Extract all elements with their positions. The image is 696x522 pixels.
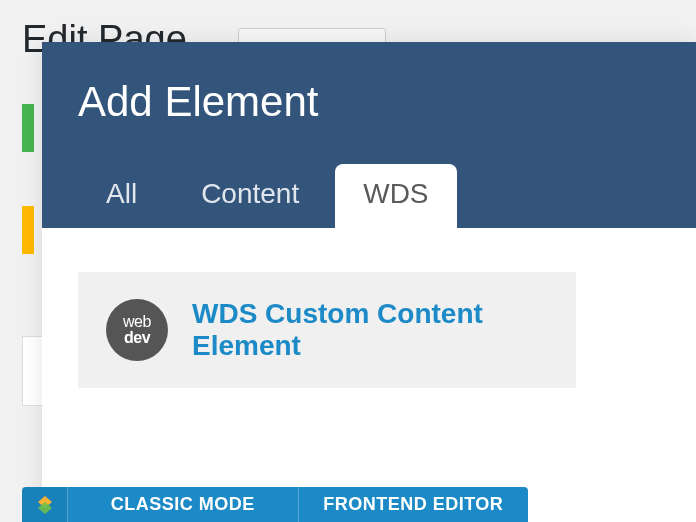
- modal-tabs: All Content WDS: [78, 164, 660, 228]
- frontend-editor-button[interactable]: FRONTEND EDITOR: [299, 487, 529, 522]
- badge-line1: web: [123, 314, 151, 330]
- classic-mode-button[interactable]: CLASSIC MODE: [68, 487, 299, 522]
- tab-wds[interactable]: WDS: [335, 164, 456, 228]
- tab-all[interactable]: All: [78, 164, 165, 228]
- element-wds-custom-content[interactable]: web dev WDS Custom Content Element: [78, 272, 576, 388]
- visual-composer-icon[interactable]: [22, 487, 68, 522]
- add-element-modal: Add Element All Content WDS web dev WDS …: [42, 42, 696, 522]
- tab-content[interactable]: Content: [173, 164, 327, 228]
- notice-success-bar: [22, 104, 34, 152]
- modal-header: Add Element All Content WDS: [42, 42, 696, 228]
- element-name: WDS Custom Content Element: [192, 298, 548, 362]
- badge-line2: dev: [124, 330, 150, 346]
- notice-warning-bar: [22, 206, 34, 254]
- modal-title: Add Element: [78, 78, 660, 126]
- modal-body: web dev WDS Custom Content Element: [42, 228, 696, 432]
- webdev-icon: web dev: [106, 299, 168, 361]
- editor-mode-bar: CLASSIC MODE FRONTEND EDITOR: [22, 487, 528, 522]
